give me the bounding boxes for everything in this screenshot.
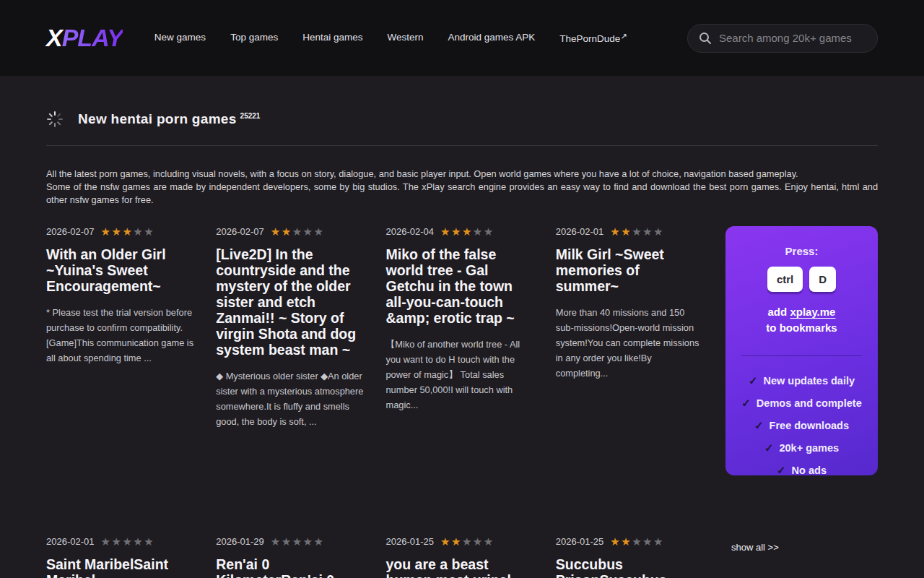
d-key: D bbox=[809, 267, 836, 292]
star-icon: ★ bbox=[610, 535, 621, 548]
game-title[interactable]: you are a beast human meat urinal ~ tane… bbox=[386, 556, 534, 578]
game-date: 2026-01-25 bbox=[386, 536, 435, 547]
star-icon: ★ bbox=[144, 225, 154, 238]
page-heading-row: New hentai porn games25221 bbox=[46, 111, 878, 128]
star-icon: ★ bbox=[610, 225, 621, 238]
promo-divider bbox=[741, 355, 862, 356]
star-icon: ★ bbox=[440, 225, 451, 238]
feature-item: ✓New updates daily bbox=[737, 374, 866, 387]
loading-spinner-icon bbox=[46, 111, 64, 128]
star-icon: ★ bbox=[451, 225, 462, 238]
star-icon: ★ bbox=[282, 535, 292, 548]
star-icon: ★ bbox=[484, 535, 494, 548]
star-icon: ★ bbox=[473, 535, 484, 548]
search-icon bbox=[699, 32, 712, 45]
feature-item: ✓Free downloads bbox=[737, 419, 866, 432]
games-count-badge: 25221 bbox=[240, 112, 261, 120]
star-icon: ★ bbox=[621, 225, 632, 238]
game-date: 2026-02-07 bbox=[46, 226, 95, 237]
nav-western[interactable]: Western bbox=[387, 32, 423, 44]
game-title[interactable]: Ren'ai 0 KilometerRen'ai 0 Kilometer bbox=[216, 556, 364, 578]
star-icon: ★ bbox=[282, 225, 292, 238]
check-icon: ✓ bbox=[741, 397, 751, 409]
game-title[interactable]: With an Older Girl ~Yuina's Sweet Encour… bbox=[46, 246, 194, 294]
star-icon: ★ bbox=[303, 225, 314, 238]
nav-hentai-games[interactable]: Hentai games bbox=[302, 32, 362, 44]
star-rating: ★★★★★ bbox=[610, 226, 664, 237]
game-card: 2026-02-01★★★★★ Saint MaribelSaint Marib… bbox=[46, 536, 194, 578]
star-icon: ★ bbox=[101, 225, 112, 238]
show-all-link[interactable]: show all >> bbox=[725, 536, 878, 578]
game-card: 2026-01-29★★★★★ Ren'ai 0 KilometerRen'ai… bbox=[216, 536, 364, 578]
star-rating: ★★★★★ bbox=[440, 536, 494, 547]
game-card: 2026-02-07★★★★★ With an Older Girl ~Yuin… bbox=[46, 226, 194, 475]
site-logo[interactable]: XPLAY bbox=[46, 24, 123, 52]
star-rating: ★★★★★ bbox=[440, 226, 494, 237]
game-card: 2026-02-04★★★★★ Miko of the false world … bbox=[386, 226, 534, 475]
star-icon: ★ bbox=[144, 535, 154, 548]
game-card: 2026-01-25★★★★★ you are a beast human me… bbox=[386, 536, 534, 578]
star-rating: ★★★★★ bbox=[271, 226, 325, 237]
star-icon: ★ bbox=[122, 225, 133, 238]
star-rating: ★★★★★ bbox=[271, 536, 325, 547]
game-card: 2026-01-25★★★★★ Succubus PrisonSuccubus … bbox=[556, 536, 704, 578]
star-icon: ★ bbox=[314, 225, 325, 238]
star-icon: ★ bbox=[292, 225, 303, 238]
star-icon: ★ bbox=[653, 535, 664, 548]
games-grid: 2026-02-07★★★★★ With an Older Girl ~Yuin… bbox=[46, 226, 878, 578]
ctrl-key: ctrl bbox=[767, 267, 803, 292]
check-icon: ✓ bbox=[754, 419, 764, 431]
star-icon: ★ bbox=[462, 535, 473, 548]
nav-top-games[interactable]: Top games bbox=[230, 32, 278, 44]
star-icon: ★ bbox=[111, 535, 122, 548]
game-title[interactable]: Milk Girl ~Sweet memories of summer~ bbox=[556, 246, 704, 294]
star-icon: ★ bbox=[632, 225, 642, 238]
check-icon: ✓ bbox=[749, 374, 758, 387]
game-date: 2026-02-04 bbox=[386, 226, 435, 237]
check-icon: ✓ bbox=[777, 464, 786, 476]
check-icon: ✓ bbox=[764, 441, 774, 454]
search-bar[interactable] bbox=[687, 24, 878, 53]
star-icon: ★ bbox=[462, 225, 473, 238]
feature-item: ✓20k+ games bbox=[737, 441, 866, 454]
star-icon: ★ bbox=[271, 225, 282, 238]
main-nav: New games Top games Hentai games Western… bbox=[154, 32, 627, 44]
game-date: 2026-02-07 bbox=[216, 226, 264, 237]
game-description: More than 40 missions and 150 sub-missio… bbox=[556, 305, 704, 381]
star-icon: ★ bbox=[484, 225, 494, 238]
star-icon: ★ bbox=[642, 535, 653, 548]
add-label: add bbox=[768, 306, 788, 318]
star-rating: ★★★★★ bbox=[101, 536, 155, 547]
to-bookmarks-label: to bookmarks bbox=[766, 322, 837, 334]
star-icon: ★ bbox=[303, 535, 314, 548]
search-input[interactable] bbox=[719, 32, 866, 44]
feature-list: ✓New updates daily ✓Demos and complete ✓… bbox=[737, 374, 866, 477]
game-date: 2026-02-01 bbox=[556, 226, 604, 237]
star-icon: ★ bbox=[271, 535, 282, 548]
star-icon: ★ bbox=[111, 225, 122, 238]
star-icon: ★ bbox=[642, 225, 653, 238]
game-description: ◆ Mysterious older sister ◆An older sist… bbox=[216, 368, 364, 429]
game-title[interactable]: Succubus PrisonSuccubus Prison bbox=[556, 556, 704, 578]
xplay-me-link[interactable]: xplay.me bbox=[790, 306, 835, 318]
game-date: 2026-01-25 bbox=[556, 536, 604, 547]
star-rating: ★★★★★ bbox=[610, 536, 664, 547]
main-content: New hentai porn games25221 All the lates… bbox=[0, 76, 924, 578]
external-link-icon: ↗ bbox=[620, 32, 627, 40]
nav-android-games-apk[interactable]: Android games APK bbox=[448, 32, 536, 44]
star-icon: ★ bbox=[101, 535, 112, 548]
nav-theporndude[interactable]: ThePornDude↗ bbox=[559, 32, 627, 44]
game-title[interactable]: Miko of the false world tree - Gal Getch… bbox=[386, 246, 534, 326]
press-label: Press: bbox=[737, 245, 866, 257]
game-title[interactable]: Saint MaribelSaint Maribel bbox=[46, 556, 194, 578]
logo-x: X bbox=[46, 24, 62, 51]
game-title[interactable]: [Live2D] In the countryside and the myst… bbox=[216, 246, 364, 358]
game-date: 2026-02-01 bbox=[46, 536, 95, 547]
star-icon: ★ bbox=[292, 535, 303, 548]
heading-divider bbox=[46, 145, 878, 146]
logo-play: PLAY bbox=[62, 24, 123, 51]
game-description: 【Miko of another world tree - All you wa… bbox=[386, 337, 534, 413]
nav-new-games[interactable]: New games bbox=[154, 32, 206, 44]
star-icon: ★ bbox=[653, 225, 664, 238]
intro-text: All the latest porn games, including vis… bbox=[46, 168, 878, 207]
